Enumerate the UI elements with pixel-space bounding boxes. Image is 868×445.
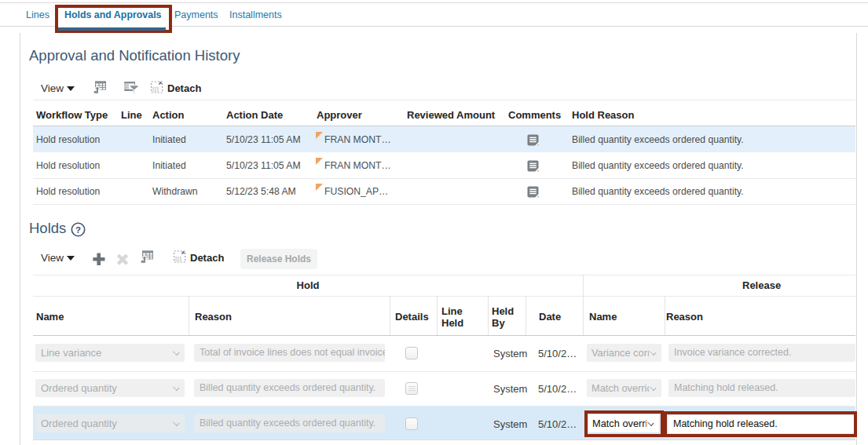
svg-text:?: ?	[75, 225, 81, 235]
